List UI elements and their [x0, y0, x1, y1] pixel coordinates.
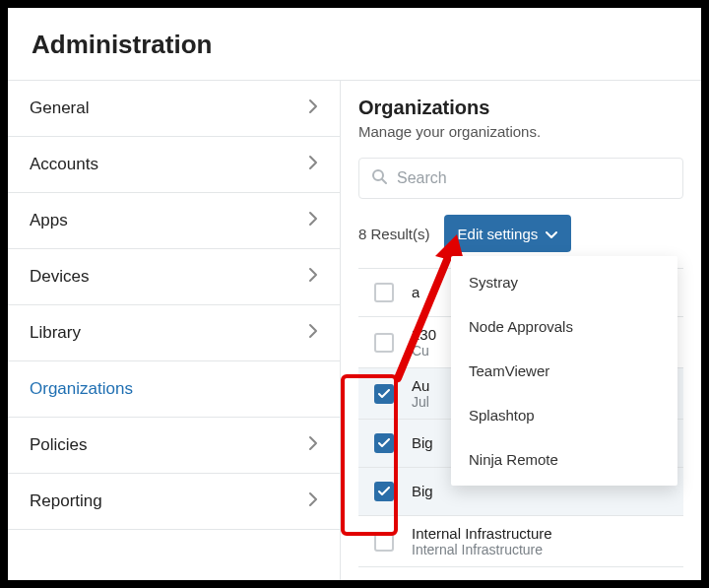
sidebar-item-label: Accounts	[30, 155, 98, 174]
row-checkbox[interactable]	[374, 333, 394, 353]
sidebar-item-label: General	[30, 98, 89, 118]
dropdown-item-systray[interactable]: Systray	[451, 260, 677, 304]
row-checkbox[interactable]	[374, 283, 394, 302]
table-row[interactable]: Internal InfrastructureInternal Infrastr…	[358, 516, 683, 567]
row-title: Big	[412, 428, 433, 458]
sidebar-item-label: Reporting	[30, 491, 102, 511]
search-placeholder: Search	[397, 169, 447, 187]
sidebar-item-library[interactable]: Library	[8, 305, 340, 361]
row-title: Internal Infrastructure	[412, 525, 552, 542]
chevron-right-icon	[308, 491, 318, 511]
section-heading: Organizations	[358, 97, 683, 119]
sidebar-item-label: Library	[30, 323, 81, 343]
row-title: 230	[412, 326, 436, 343]
chevron-right-icon	[308, 98, 318, 118]
dropdown-item-teamviewer[interactable]: TeamViewer	[451, 349, 677, 393]
chevron-right-icon	[308, 155, 318, 174]
search-input[interactable]: Search	[358, 158, 683, 199]
sidebar-item-label: Organizations	[30, 379, 133, 399]
chevron-right-icon	[308, 267, 318, 287]
sidebar-item-accounts[interactable]: Accounts	[8, 137, 340, 193]
settings-sidebar: General Accounts Apps Devices Library	[8, 81, 341, 580]
row-checkbox[interactable]	[374, 532, 394, 552]
search-icon	[371, 168, 387, 188]
chevron-right-icon	[308, 435, 318, 455]
row-checkbox[interactable]	[374, 482, 394, 501]
dropdown-item-splashtop[interactable]: Splashtop	[451, 393, 677, 437]
sidebar-item-apps[interactable]: Apps	[8, 193, 340, 249]
sidebar-item-organizations[interactable]: Organizations	[8, 361, 340, 418]
row-checkbox[interactable]	[374, 433, 394, 453]
sidebar-item-label: Policies	[30, 435, 88, 455]
sidebar-item-reporting[interactable]: Reporting	[8, 474, 340, 530]
sidebar-item-devices[interactable]: Devices	[8, 249, 340, 305]
button-label: Edit settings	[458, 226, 539, 242]
page-title: Administration	[32, 30, 677, 60]
dropdown-item-node-approvals[interactable]: Node Approvals	[451, 304, 677, 349]
chevron-down-icon	[546, 226, 557, 242]
sidebar-item-policies[interactable]: Policies	[8, 418, 340, 474]
dropdown-item-ninja-remote[interactable]: Ninja Remote	[451, 437, 677, 482]
section-subtitle: Manage your organizations.	[358, 123, 683, 140]
sidebar-item-label: Devices	[30, 267, 89, 287]
row-title: Big	[412, 477, 433, 506]
results-count: 8 Result(s)	[358, 226, 430, 242]
sidebar-item-general[interactable]: General	[8, 81, 340, 137]
row-checkbox[interactable]	[374, 384, 394, 404]
edit-settings-button[interactable]: Edit settings	[444, 215, 572, 252]
svg-line-1	[382, 179, 386, 183]
row-title: a	[412, 278, 419, 307]
row-subtitle: Cu	[412, 343, 436, 359]
chevron-right-icon	[308, 211, 318, 230]
edit-settings-dropdown: Systray Node Approvals TeamViewer Splash…	[451, 256, 677, 486]
row-title: Au	[412, 377, 429, 394]
row-subtitle: Internal Infrastructure	[412, 542, 552, 557]
main-panel: Organizations Manage your organizations.…	[341, 81, 701, 580]
chevron-right-icon	[308, 323, 318, 343]
sidebar-item-label: Apps	[30, 211, 68, 230]
row-subtitle: Jul	[412, 394, 429, 410]
